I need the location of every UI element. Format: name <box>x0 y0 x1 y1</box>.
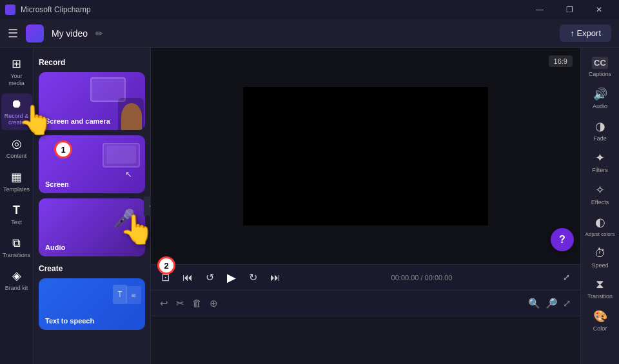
screen-and-camera-card[interactable]: Screen and camera <box>39 72 145 130</box>
transition-label: Transition <box>587 293 613 300</box>
filters-icon: ✦ <box>595 151 605 165</box>
main-layout: ⊞ Your media ⏺ Record &create ◎ Content … <box>0 48 619 364</box>
camera-bg-deco <box>118 98 144 130</box>
captions-icon: CC <box>592 57 608 69</box>
aspect-ratio-badge[interactable]: 16:9 <box>549 55 573 67</box>
maximize-button[interactable]: ❐ <box>555 0 584 19</box>
audio-tool-icon: 🔊 <box>593 87 607 101</box>
sidebar-item-your-media[interactable]: ⊞ Your media <box>1 53 32 91</box>
record-create-panel: Record Screen and camera ↖ Screen 🎤 Audi… <box>34 48 151 364</box>
captions-tool[interactable]: CC Captions <box>583 53 618 82</box>
subtitle-button[interactable]: ⊡ <box>159 270 172 285</box>
video-canvas <box>243 87 488 225</box>
hamburger-menu-icon[interactable]: ☰ <box>8 26 18 41</box>
edit-title-icon[interactable]: ✏ <box>95 28 103 39</box>
sidebar-item-text[interactable]: T Text <box>1 200 32 230</box>
filters-tool[interactable]: ✦ Filters <box>583 147 618 178</box>
color-icon: 🎨 <box>593 309 607 323</box>
tts-doc-deco: T <box>113 285 127 304</box>
color-tool[interactable]: 🎨 Color <box>583 305 618 336</box>
titlebar-title: Microsoft Clipchamp <box>21 5 91 14</box>
video-preview-area: 16:9 <box>151 48 580 264</box>
effects-icon: ✧ <box>595 183 605 197</box>
cursor-arrow-icon: ↖ <box>125 169 132 179</box>
record-create-icon: ⏺ <box>11 97 23 111</box>
sidebar-item-record-create[interactable]: ⏺ Record &create <box>1 93 32 131</box>
sidebar-label-record-create: Record &create <box>5 113 29 127</box>
transition-tool[interactable]: ⧗ Transition <box>583 274 618 304</box>
sidebar-label-transitions: Transitions <box>3 252 31 259</box>
speed-icon: ⏱ <box>594 247 606 260</box>
your-media-icon: ⊞ <box>12 57 21 71</box>
adjust-colors-tool[interactable]: ◐ Adjust colors <box>583 211 618 242</box>
screen-card[interactable]: ↖ Screen <box>39 135 145 193</box>
tts-wave-deco: ≋ <box>126 286 141 304</box>
fast-forward-button[interactable]: ↻ <box>246 270 260 285</box>
time-display: 00:00.00 / 00:00.00 <box>391 274 453 282</box>
fade-icon: ◑ <box>595 119 605 133</box>
playback-controls: ⊡ ⏮ ↺ ▶ ↻ ⏭ 00:00.00 / 00:00.00 ⤢ <box>151 264 580 290</box>
fade-tool[interactable]: ◑ Fade <box>583 115 618 146</box>
brand-kit-icon: ◈ <box>12 269 21 283</box>
play-button[interactable]: ▶ <box>224 269 239 286</box>
sidebar-label-templates: Templates <box>3 186 30 193</box>
zoom-in-button[interactable]: 🔎 <box>544 296 559 311</box>
create-section-title: Create <box>39 264 145 273</box>
sidebar-item-brand-kit[interactable]: ◈ Brand kit <box>1 265 32 296</box>
filters-label: Filters <box>592 167 608 174</box>
sidebar-label-content: Content <box>6 153 27 160</box>
video-title[interactable]: My video <box>52 28 88 39</box>
text-to-speech-label: Text to speech <box>45 317 94 325</box>
adjust-colors-label: Adjust colors <box>585 231 615 238</box>
mic-icon: 🎤 <box>113 208 135 229</box>
top-toolbar: ☰ My video ✏ ↑ Export <box>0 19 619 48</box>
effects-tool[interactable]: ✧ Effects <box>583 179 618 210</box>
undo-button[interactable]: ↩ <box>159 296 170 311</box>
add-media-button[interactable]: ⊕ <box>208 296 219 311</box>
titlebar-controls: — ❐ ✕ <box>525 0 614 19</box>
sidebar-label-your-media: Your media <box>4 73 30 87</box>
center-area: 16:9 ⊡ ⏮ ↺ ▶ ↻ ⏭ 00:00.00 / 00:00.00 ⤢ ↩… <box>151 48 580 364</box>
rewind-button[interactable]: ↺ <box>203 270 217 285</box>
close-button[interactable]: ✕ <box>584 0 614 19</box>
sidebar-label-text: Text <box>11 219 22 226</box>
speed-tool[interactable]: ⏱ Speed <box>583 243 618 273</box>
zoom-out-button[interactable]: 🔍 <box>527 296 542 311</box>
skip-forward-button[interactable]: ⏭ <box>268 271 283 285</box>
content-icon: ◎ <box>12 137 22 151</box>
clipchamp-logo-icon <box>26 24 44 43</box>
audio-label: Audio <box>45 244 65 251</box>
export-button[interactable]: ↑ Export <box>560 24 611 42</box>
transitions-icon: ⧉ <box>12 236 21 250</box>
sidebar-item-transitions[interactable]: ⧉ Transitions <box>1 233 32 263</box>
audio-tool[interactable]: 🔊 Audio <box>583 83 618 114</box>
fit-button[interactable]: ⤢ <box>562 296 573 311</box>
fullscreen-button[interactable]: ⤢ <box>560 271 573 283</box>
speed-label: Speed <box>591 262 608 269</box>
help-button[interactable]: ? <box>551 228 574 251</box>
sidebar-item-templates[interactable]: ▦ Templates <box>1 166 32 197</box>
screen-and-camera-label: Screen and camera <box>45 117 110 125</box>
delete-button[interactable]: 🗑 <box>191 296 203 310</box>
audio-tool-label: Audio <box>593 103 607 110</box>
panel-collapse-button[interactable]: ‹ <box>144 196 151 216</box>
audio-card[interactable]: 🎤 Audio <box>39 198 145 256</box>
transition-icon: ⧗ <box>596 278 604 291</box>
effects-label: Effects <box>591 199 609 206</box>
sidebar-label-brand-kit: Brand kit <box>5 285 28 292</box>
left-icon-sidebar: ⊞ Your media ⏺ Record &create ◎ Content … <box>0 48 34 364</box>
skip-back-button[interactable]: ⏮ <box>180 271 195 285</box>
captions-label: Captions <box>589 71 612 78</box>
cut-button[interactable]: ✂ <box>175 296 186 311</box>
screen-label: Screen <box>45 180 69 188</box>
right-tools-sidebar: CC Captions 🔊 Audio ◑ Fade ✦ Filters ✧ E… <box>580 48 619 364</box>
titlebar: Microsoft Clipchamp — ❐ ✕ <box>0 0 619 19</box>
templates-icon: ▦ <box>11 170 22 184</box>
minimize-button[interactable]: — <box>525 0 555 19</box>
track-area <box>151 316 580 364</box>
record-section-title: Record <box>39 58 145 67</box>
screen-inner-deco <box>106 146 136 164</box>
fade-label: Fade <box>593 135 607 142</box>
sidebar-item-content[interactable]: ◎ Content <box>1 133 32 164</box>
text-to-speech-card[interactable]: T ≋ Text to speech <box>39 278 145 330</box>
